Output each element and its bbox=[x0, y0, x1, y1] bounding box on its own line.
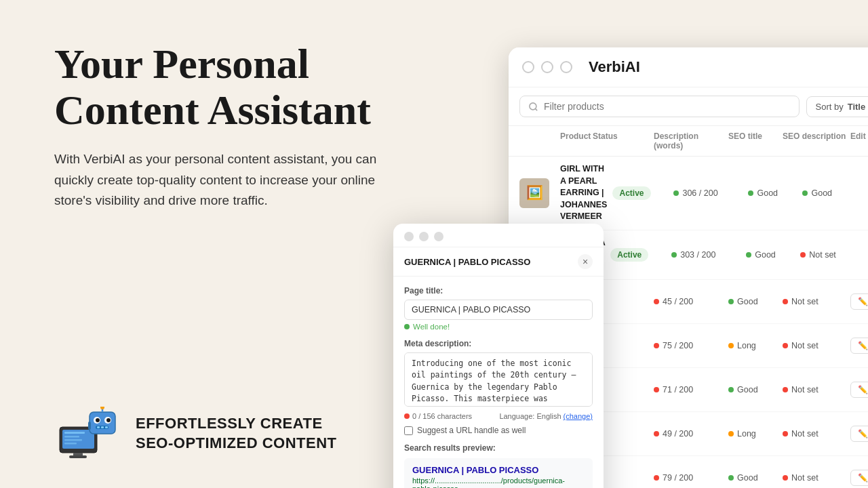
svg-rect-7 bbox=[69, 455, 87, 458]
toolbar: Sort by Title (A–Z) bbox=[509, 87, 868, 126]
sort-value: Title (A–Z) bbox=[848, 102, 868, 112]
search-box[interactable] bbox=[519, 96, 800, 117]
svg-rect-18 bbox=[105, 426, 108, 428]
svg-rect-16 bbox=[97, 426, 100, 428]
modal-dots bbox=[404, 232, 593, 241]
status-cell: Active bbox=[612, 186, 673, 200]
seo-desc-dot bbox=[783, 343, 788, 348]
search-input[interactable] bbox=[544, 101, 791, 112]
desc-cell: 49 / 200 bbox=[654, 429, 728, 439]
right-panel: VerbiAI Sort by Title (A–Z) Product Stat… bbox=[454, 0, 868, 488]
product-thumb: 🖼️ bbox=[519, 178, 549, 208]
svg-rect-5 bbox=[64, 443, 77, 445]
seo-desc-cell: Not set bbox=[783, 341, 850, 350]
well-done-text: Well done! bbox=[413, 323, 450, 331]
preview-title[interactable]: GUERNICA | PABLO PICASSO bbox=[412, 465, 585, 475]
change-language-link[interactable]: (change) bbox=[564, 412, 593, 420]
suggest-url-label: Suggest a URL handle as well bbox=[417, 426, 526, 435]
char-count-row: 0 / 156 characters Language: English (ch… bbox=[404, 412, 593, 420]
edit-button[interactable]: ✏️ Edit ⌄ bbox=[850, 338, 868, 354]
desc-dot bbox=[673, 190, 679, 196]
desc-cell: 303 / 200 bbox=[671, 250, 746, 260]
left-panel: Your Personal Content Assistant With Ver… bbox=[0, 0, 454, 488]
desc-cell: 75 / 200 bbox=[654, 341, 728, 350]
modal-close-button[interactable]: × bbox=[578, 254, 593, 269]
desc-dot bbox=[654, 387, 659, 392]
col-edit: Edit content bbox=[850, 131, 868, 150]
seo-title-dot bbox=[728, 387, 734, 392]
svg-text:🖼️: 🖼️ bbox=[526, 184, 543, 201]
desc-dot bbox=[654, 431, 659, 436]
desc-cell: 79 / 200 bbox=[654, 473, 728, 483]
suggest-url-checkbox[interactable] bbox=[404, 426, 413, 435]
svg-rect-19 bbox=[88, 422, 91, 430]
char-count-text: 0 / 156 characters bbox=[412, 412, 472, 420]
app-logo: VerbiAI bbox=[589, 58, 640, 76]
window-dots bbox=[522, 61, 572, 73]
seo-title-cell: Good bbox=[728, 473, 783, 483]
table-header: Product Status Description (words) SEO t… bbox=[509, 126, 868, 157]
seo-title-cell: Long bbox=[728, 341, 783, 350]
desc-cell: 71 / 200 bbox=[654, 385, 728, 394]
svg-rect-17 bbox=[101, 426, 104, 428]
col-thumb bbox=[519, 131, 560, 150]
col-seo-title: SEO title bbox=[728, 131, 783, 150]
well-done-message: Well done! bbox=[404, 323, 593, 331]
page-title-label: Page title: bbox=[404, 286, 593, 296]
preview-label: Search results preview: bbox=[404, 443, 593, 453]
desc-dot bbox=[671, 252, 677, 258]
edit-button[interactable]: ✏️ Edit ⌄ bbox=[850, 293, 868, 310]
seo-title-dot bbox=[728, 299, 734, 304]
seo-desc-dot bbox=[783, 431, 788, 436]
seo-desc-cell: Not set bbox=[800, 250, 868, 260]
robot-illustration bbox=[54, 407, 122, 461]
search-preview: GUERNICA | PABLO PICASSO https://.......… bbox=[404, 458, 593, 488]
edit-button[interactable]: ✏️ Edit ⌄ bbox=[850, 426, 868, 442]
sort-label: Sort by bbox=[815, 102, 843, 112]
seo-desc-dot bbox=[783, 475, 788, 481]
modal-overlay: GUERNICA | PABLO PICASSO × Page title: W… bbox=[393, 224, 604, 488]
window-dot-1 bbox=[522, 61, 534, 73]
modal: GUERNICA | PABLO PICASSO × Page title: W… bbox=[393, 224, 604, 488]
product-name: GIRL WITH A PEARL EARRING | JOHANNES VER… bbox=[560, 163, 612, 223]
meta-desc-textarea[interactable]: Introducing one of the most iconic oil p… bbox=[404, 352, 593, 407]
desc-dot bbox=[654, 299, 659, 304]
page-title-input[interactable] bbox=[404, 300, 593, 320]
svg-point-11 bbox=[96, 418, 100, 422]
col-description: Description (words) bbox=[654, 131, 728, 150]
window-dot-2 bbox=[541, 61, 553, 73]
seo-desc-cell: Not set bbox=[783, 297, 850, 306]
edit-button[interactable]: ✏️ Edit ⌄ bbox=[850, 470, 868, 486]
sort-button[interactable]: Sort by Title (A–Z) bbox=[806, 96, 868, 117]
seo-title-cell: Good bbox=[728, 297, 783, 306]
search-icon bbox=[528, 102, 538, 112]
status-cell: Active bbox=[610, 248, 671, 262]
edit-cell: ✏️ Edit ⌄ bbox=[850, 338, 868, 354]
table-row: 🖼️ GIRL WITH A PEARL EARRING | JOHANNES … bbox=[509, 157, 868, 230]
status-badge: Active bbox=[610, 248, 648, 262]
svg-rect-8 bbox=[90, 412, 115, 434]
seo-title-dot bbox=[746, 252, 751, 258]
modal-dot-1 bbox=[404, 232, 414, 241]
preview-url: https://................................… bbox=[412, 476, 585, 488]
status-badge: Active bbox=[612, 186, 650, 200]
seo-desc-dot bbox=[802, 190, 808, 196]
seo-desc-dot bbox=[783, 387, 788, 392]
edit-cell: ✏️ Edit ⌄ bbox=[850, 470, 868, 486]
modal-dot-3 bbox=[434, 232, 443, 241]
bottom-cta-line2: SEO-OPTIMIZED CONTENT bbox=[136, 434, 337, 453]
edit-cell: ✏️ Edit ⌄ bbox=[850, 382, 868, 398]
desc-cell: 45 / 200 bbox=[654, 297, 728, 306]
edit-button[interactable]: ✏️ Edit ⌄ bbox=[850, 382, 868, 398]
char-count-dot bbox=[404, 413, 410, 419]
modal-title: GUERNICA | PABLO PICASSO bbox=[404, 257, 530, 267]
window-titlebar: VerbiAI bbox=[509, 47, 868, 87]
seo-title-dot bbox=[748, 190, 753, 196]
language-info: Language: English (change) bbox=[499, 412, 593, 420]
seo-desc-cell: Not set bbox=[783, 385, 850, 394]
bottom-section: EFFORTLESSLY CREATE SEO-OPTIMIZED CONTEN… bbox=[54, 407, 414, 461]
seo-title-cell: Good bbox=[748, 188, 802, 198]
desc-cell: 306 / 200 bbox=[673, 188, 748, 198]
language-label: Language: English bbox=[499, 412, 561, 420]
meta-desc-label: Meta description: bbox=[404, 339, 593, 348]
